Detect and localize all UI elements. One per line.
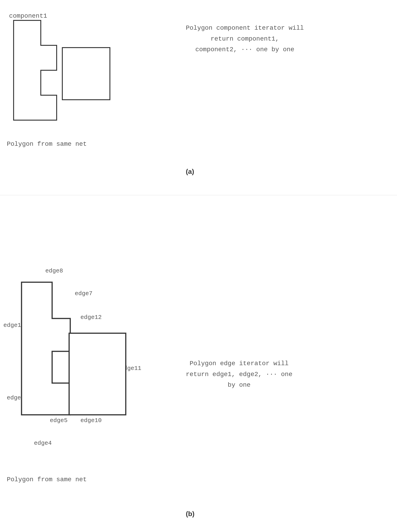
edge7-label: edge7 — [75, 290, 93, 297]
desc-a-line2: return component1, — [186, 34, 304, 44]
figure-label-a: (a) — [186, 168, 194, 175]
edge8-label: edge8 — [45, 268, 63, 274]
section-a: component1 component2 Polygon component … — [0, 0, 397, 249]
component2-shape — [60, 45, 114, 104]
desc-b-line3: by one — [186, 380, 292, 391]
page: component1 component2 Polygon component … — [0, 0, 397, 532]
svg-marker-0 — [14, 20, 57, 120]
divider — [0, 195, 397, 195]
section-b-description: Polygon edge iterator will return edge1,… — [186, 358, 292, 391]
section-b-component1-shape — [18, 279, 73, 433]
component1-shape — [11, 18, 61, 138]
desc-b-line2: return edge1, edge2, ··· one — [186, 369, 292, 380]
section-b: edge8 edge7 edge1 edge6 edge12 edge2 edg… — [0, 249, 397, 532]
svg-rect-4 — [69, 333, 126, 415]
figure-label-b: (b) — [186, 510, 194, 518]
desc-a-line3: component2, ··· one by one — [186, 44, 304, 55]
polygon-from-same-net-a: Polygon from same net — [7, 141, 87, 148]
desc-b-line1: Polygon edge iterator will — [186, 358, 292, 369]
section-b-component2-shape — [67, 331, 130, 422]
section-a-description: Polygon component iterator will return c… — [186, 23, 304, 55]
svg-rect-1 — [62, 48, 110, 100]
svg-marker-3 — [22, 282, 70, 415]
polygon-from-same-net-b: Polygon from same net — [7, 476, 87, 483]
edge4-label: edge4 — [34, 440, 52, 447]
edge12-label: edge12 — [81, 314, 102, 321]
desc-a-line1: Polygon component iterator will — [186, 23, 304, 34]
